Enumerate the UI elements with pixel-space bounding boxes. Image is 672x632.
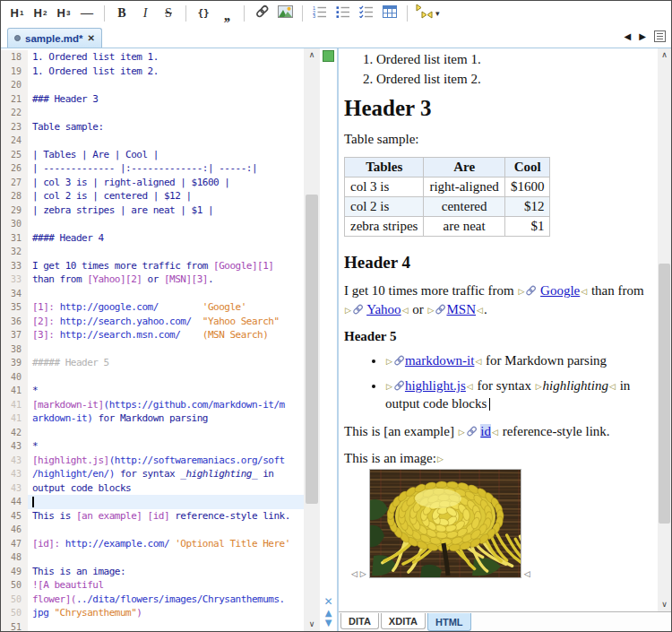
editor-line[interactable]: 25| Tables | Are | Cool | (1, 148, 304, 162)
source-editor-pane[interactable]: 181. Ordered list item 1.191. Ordered li… (1, 48, 337, 631)
editor-line[interactable]: 41[markdown-it](https://github.com/markd… (1, 398, 304, 412)
split-close-icon[interactable]: ✕ (323, 595, 332, 608)
editor-line[interactable]: 191. Ordered list item 2. (1, 65, 304, 79)
editor-line-text[interactable]: 1. Ordered list item 2. (28, 65, 304, 79)
editor-line-text[interactable]: [2]: http://search.yahoo.com/ "Yahoo Sea… (28, 315, 304, 329)
tab-list-icon[interactable] (654, 30, 666, 42)
editor-line-text[interactable] (28, 217, 304, 231)
scroll-down-icon[interactable]: ∨ (658, 598, 671, 611)
editor-line[interactable]: 34 (1, 287, 304, 301)
editor-line[interactable]: 27| col 3 is | right-aligned | $1600 | (1, 176, 304, 190)
editor-line-text[interactable]: [highlight.js](http://softwaremaniacs.or… (28, 454, 304, 468)
editor-line-text[interactable]: | ------------- |:-------------:| -----:… (28, 161, 304, 176)
editor-line-text[interactable] (28, 106, 304, 120)
editor-line[interactable]: 42 (1, 426, 304, 440)
editor-line-text[interactable]: #### Header 4 (28, 231, 304, 246)
scroll-up-icon[interactable]: ∧ (304, 48, 320, 62)
editor-line[interactable]: 48 (1, 550, 304, 565)
editor-line-text[interactable]: output code blocks (28, 481, 304, 496)
editor-line-text[interactable] (28, 370, 304, 385)
previous-tab-icon[interactable]: ◀ (625, 31, 632, 41)
markdown-it-link[interactable]: markdown-it (405, 353, 474, 368)
editor-line[interactable]: 20 (1, 78, 304, 92)
editor-line[interactable]: 50![A beautiful (1, 578, 304, 593)
editor-line[interactable]: 24 (1, 134, 304, 148)
insert-link-button[interactable] (251, 3, 272, 24)
editor-line-text[interactable] (28, 550, 304, 565)
editor-line[interactable]: 46 (1, 523, 304, 537)
editor-line[interactable]: 43* (1, 439, 304, 454)
editor-vertical-scrollbar[interactable]: ∧ ∨ (304, 48, 320, 631)
editor-line[interactable]: 181. Ordered list item 1. (1, 50, 304, 65)
editor-line[interactable]: 21### Header 3 (1, 92, 304, 107)
editor-line-text[interactable] (28, 342, 304, 357)
highlight-js-link[interactable]: highlight.js (405, 378, 466, 393)
editor-line-text[interactable]: than from [Yahoo][2] or [MSN][3]. (28, 273, 304, 287)
editor-text-area[interactable]: 181. Ordered list item 1.191. Ordered li… (1, 48, 304, 631)
editor-scrollbar-thumb[interactable] (306, 195, 318, 504)
editor-line-text[interactable] (28, 495, 304, 509)
bold-button[interactable]: B (111, 3, 133, 24)
insert-image-button[interactable] (274, 3, 296, 24)
next-tab-icon[interactable]: ▶ (639, 31, 646, 41)
document-tab-sample-md[interactable]: sample.md* ✕ (7, 28, 102, 48)
editor-line-text[interactable]: flower](../dita/flowers/images/Chrysanth… (28, 593, 304, 607)
editor-line[interactable]: 37[3]: http://search.msn.com/ (MSN Searc… (1, 328, 304, 342)
editor-line[interactable]: 43[highlight.js](http://softwaremaniacs.… (1, 454, 304, 468)
heading3-button[interactable]: H3 (53, 3, 74, 24)
editor-line[interactable]: 38 (1, 342, 304, 357)
editor-line[interactable]: 41arkdown-it) for Markdown parsing (1, 411, 304, 426)
editor-line[interactable]: 36[2]: http://search.yahoo.com/ "Yahoo S… (1, 315, 304, 329)
scroll-down-icon[interactable]: ∨ (304, 618, 320, 631)
editor-line-text[interactable]: jpg "Chrysanthemum") (28, 606, 304, 620)
editor-line-text[interactable]: I get 10 times more traffic from [Google… (28, 259, 304, 273)
editor-line-text[interactable]: This is an image: (28, 565, 304, 579)
editor-line-text[interactable]: 1. Ordered list item 1. (28, 50, 304, 65)
editor-line-text[interactable]: ### Header 3 (28, 92, 304, 107)
editor-line[interactable]: 41* (1, 384, 304, 398)
editor-line-text[interactable]: | col 3 is | right-aligned | $1600 | (28, 176, 304, 190)
split-down-icon[interactable]: ▼ (325, 619, 332, 628)
editor-line[interactable]: 44 (1, 495, 304, 509)
editor-line-text[interactable]: ![A beautiful (28, 578, 304, 593)
editor-line-text[interactable]: [3]: http://search.msn.com/ (MSN Search) (28, 328, 304, 342)
preview-tab-dita[interactable]: DITA (340, 613, 379, 629)
heading1-button[interactable]: H1 (6, 3, 28, 24)
editor-line-text[interactable]: | zebra stripes | are neat | $1 | (28, 203, 304, 218)
editor-line[interactable]: 29| zebra stripes | are neat | $1 | (1, 203, 304, 218)
editor-line-text[interactable] (28, 287, 304, 301)
scroll-up-icon[interactable]: ∧ (658, 48, 671, 62)
chrysanthemum-image[interactable] (369, 469, 521, 578)
preview-scrollbar-thumb[interactable] (659, 264, 670, 524)
validation-status-square[interactable] (323, 50, 334, 62)
task-list-button[interactable] (356, 3, 377, 24)
editor-line-text[interactable] (28, 426, 304, 440)
editor-line-text[interactable]: ##### Header 5 (28, 356, 304, 370)
split-up-icon[interactable]: ▲ (325, 609, 332, 618)
editor-line[interactable]: 43output code blocks (1, 481, 304, 496)
ordered-list-button[interactable]: 123 (309, 3, 331, 24)
google-link[interactable]: Google (540, 283, 580, 298)
editor-line[interactable]: 40 (1, 370, 304, 385)
editor-line[interactable]: 39##### Header 5 (1, 356, 304, 370)
editor-line-text[interactable] (28, 134, 304, 148)
horizontal-rule-button[interactable]: — (76, 3, 98, 24)
editor-line[interactable]: 51 (1, 620, 304, 632)
editor-line[interactable]: 32 (1, 245, 304, 259)
code-button[interactable]: {} (193, 3, 214, 24)
unordered-list-button[interactable] (332, 3, 354, 24)
editor-line[interactable]: 23Table sample: (1, 120, 304, 134)
editor-line-text[interactable]: This is [an example] [id] reference-styl… (28, 509, 304, 524)
editor-line[interactable]: 43/highlight/en/) for syntax _highlighti… (1, 467, 304, 481)
editor-line[interactable]: 47[id]: http://example.com/ 'Optional Ti… (1, 537, 304, 551)
editor-line-text[interactable] (28, 245, 304, 259)
editor-line-text[interactable]: | col 2 is | centered | $12 | (28, 189, 304, 203)
editor-line-text[interactable]: arkdown-it) for Markdown parsing (28, 411, 304, 426)
preview-tab-html[interactable]: HTML (427, 613, 471, 631)
yahoo-link[interactable]: Yahoo (366, 302, 401, 316)
editor-line-text[interactable]: [id]: http://example.com/ 'Optional Titl… (28, 537, 304, 551)
editor-line-text[interactable]: [1]: http://google.com/ 'Google' (28, 300, 304, 315)
preview-tab-xdita[interactable]: XDITA (381, 613, 426, 629)
editor-line[interactable]: 28| col 2 is | centered | $12 | (1, 189, 304, 203)
editor-line[interactable]: 30 (1, 217, 304, 231)
